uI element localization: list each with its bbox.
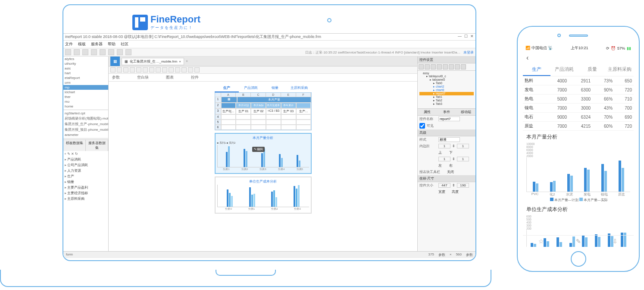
tree-item[interactable]: alytics <box>63 57 108 61</box>
width-input[interactable]: 447 <box>438 183 450 188</box>
prop-tabs[interactable]: 属性 事件 移动端 <box>418 108 475 116</box>
fav-icon[interactable]: ☆ <box>523 236 560 247</box>
tree-node[interactable]: ▸ report7 <box>419 92 474 95</box>
tree-item[interactable]: hart <box>63 71 108 76</box>
tree-item[interactable]: mo <box>63 99 108 104</box>
file-item[interactable]: arameter <box>63 132 108 137</box>
file-item[interactable]: 集团月报_生产-phone_mobile.frm <box>63 121 108 127</box>
tree-item[interactable]: ldchart <box>63 90 108 95</box>
file-tab[interactable]: ▦ 化工集团月报_生…_mobile.frm × <box>122 58 184 65</box>
tree-item[interactable]: mp <box>63 85 108 90</box>
tree-item[interactable]: asic <box>63 66 108 71</box>
tb-save-icon[interactable] <box>82 49 88 55</box>
home-button[interactable] <box>571 251 586 267</box>
ds-toolbar[interactable]: + ✎ ✕ ↻ <box>63 151 108 157</box>
file-item[interactable]: 集团月报_项目-phone_mobile.frm <box>63 127 108 132</box>
tab-event[interactable]: 事件 <box>437 109 456 115</box>
menu-社区[interactable]: 社区 <box>121 41 128 47</box>
dataset-item[interactable]: 主要经济指标 <box>63 190 108 196</box>
palette-item[interactable]: 控件 <box>191 75 199 80</box>
component-tree[interactable]: assy▸ tablayout0_c▸ tabpane0▸ Tab0▸ char… <box>418 71 475 107</box>
preview-tab[interactable]: 产品消耗 <box>239 84 263 92</box>
tree-node[interactable]: ▸ chart0 <box>419 88 474 92</box>
menu-文件[interactable]: 文件 <box>65 41 73 47</box>
file-item[interactable]: 易场構築分析(地图钻取)-mobile.fr <box>63 116 108 121</box>
tb-copy-icon[interactable] <box>117 49 123 55</box>
phone-tab[interactable]: 生产 <box>523 63 550 76</box>
design-canvas[interactable]: 生产产品消耗销量主原料采购 ABCDEF 1▦本月产量 2本月计划本月实际本月完… <box>109 82 417 256</box>
edit-icon[interactable]: ✎ <box>560 236 597 247</box>
phone-tab[interactable]: 产品消耗 <box>550 63 578 76</box>
tb-redo-icon[interactable] <box>100 49 106 55</box>
back-button[interactable]: ‹ <box>523 52 634 63</box>
grid-header-icon: ▦ <box>221 97 238 103</box>
tree-node[interactable]: ▸ Tab2 <box>419 99 474 102</box>
tab-mobile[interactable]: 移动端 <box>456 109 475 115</box>
window-min-icon[interactable]: — <box>458 34 462 40</box>
preview-tab[interactable]: 销量 <box>263 84 287 92</box>
menu-帮助[interactable]: 帮助 <box>108 41 116 47</box>
file-item[interactable]: ngStarted.cpt <box>63 111 108 116</box>
tb-paste-icon[interactable] <box>125 49 131 55</box>
phone-tabs[interactable]: 生产产品消耗质量主原料采购 <box>523 63 634 76</box>
new-tab-icon[interactable]: + <box>186 59 188 63</box>
visible-checkbox[interactable] <box>419 123 425 129</box>
tb-new-icon[interactable] <box>65 49 71 55</box>
phone-tab[interactable]: 质量 <box>578 63 606 76</box>
margin-right-input[interactable]: 1 <box>457 157 469 161</box>
margin-top-input[interactable]: 1 <box>438 144 450 148</box>
preview-tab[interactable]: 主原料采购 <box>287 84 311 92</box>
palette-item[interactable]: 空白块 <box>137 75 149 80</box>
tree-node[interactable]: assy <box>419 72 474 75</box>
palette-item[interactable]: 参数 <box>112 75 120 80</box>
tree-item[interactable]: ther <box>63 95 108 99</box>
tree-item[interactable]: etaReport <box>63 76 108 80</box>
margin-bot-input[interactable]: 1 <box>457 144 469 148</box>
tab-attr[interactable]: 属性 <box>418 109 437 115</box>
rp-cut-icon[interactable] <box>419 64 424 69</box>
edit-badge[interactable]: ✎ 编辑 <box>252 147 265 152</box>
form-mode-icon[interactable]: ▦ <box>110 57 120 66</box>
window-close-icon[interactable]: ✕ <box>470 34 474 40</box>
tree-node[interactable]: ▸ Tab3 <box>419 102 474 106</box>
dataset-item[interactable]: 公司产品消耗 <box>63 162 108 168</box>
tree-item[interactable]: orm <box>63 80 108 85</box>
file-tab-close-icon[interactable]: × <box>179 60 181 63</box>
widget-name-input[interactable] <box>438 117 460 121</box>
height-input[interactable]: 190 <box>457 183 469 188</box>
tree-node[interactable]: ▸ tablayout0_c <box>419 75 474 78</box>
download-icon[interactable]: ⇩ <box>597 236 634 247</box>
tree-node[interactable]: ▸ Tab1 <box>419 95 474 99</box>
dataset-item[interactable]: 主要产品盈利 <box>63 185 108 190</box>
dataset-item[interactable]: 销量 <box>63 179 108 185</box>
tree-node[interactable]: ▸ tabpane0 <box>419 78 474 82</box>
tree-item[interactable]: uthority <box>63 61 108 66</box>
window-max-icon[interactable]: ☐ <box>464 34 468 40</box>
tab-server-ds[interactable]: 服务器数据集 <box>86 140 108 151</box>
tb-undo-icon[interactable] <box>91 49 97 55</box>
tree-node[interactable]: ▸ chart2 <box>419 85 474 88</box>
tree-item[interactable]: home <box>63 104 108 109</box>
tab-template-ds[interactable]: 模板数据集 <box>63 140 86 151</box>
tb-open-icon[interactable] <box>74 49 80 55</box>
dataset-item[interactable]: 人力资源 <box>63 168 108 173</box>
phone-tab[interactable]: 主原料采购 <box>606 63 634 76</box>
dataset-item[interactable]: 主原料采购 <box>63 196 108 202</box>
fmt-icon[interactable] <box>110 67 116 72</box>
menu-服务器[interactable]: 服务器 <box>91 41 103 47</box>
tb-cut-icon[interactable] <box>108 49 114 55</box>
dataset-tabs[interactable]: 模板数据集 服务器数据集 <box>63 139 108 151</box>
preview-tabs[interactable]: 生产产品消耗销量主原料采购 <box>215 84 312 92</box>
tree-node[interactable]: ▸ Tab0 <box>419 82 474 85</box>
palette-item[interactable]: 图表 <box>166 75 174 80</box>
style-input[interactable] <box>438 137 460 142</box>
login-link[interactable]: 未登录 <box>463 50 474 54</box>
menu-模板[interactable]: 模板 <box>78 41 86 47</box>
chart-block-1[interactable]: 本月产量分析 ■ 系列1 ■ 系列2 分类1分类2分类3分类4分类5 ✎ 编辑 <box>215 133 312 174</box>
chart-block-2[interactable]: 单位生产成本分析 分类0分类1分类2分类3 <box>215 177 312 214</box>
preview-tab[interactable]: 生产 <box>215 84 239 92</box>
dataset-item[interactable]: 生产 <box>63 173 108 179</box>
dataset-item[interactable]: 产品消耗 <box>63 157 108 162</box>
toolbar-toggle[interactable]: 关闭 <box>447 170 454 174</box>
margin-left-input[interactable]: 1 <box>438 157 450 161</box>
